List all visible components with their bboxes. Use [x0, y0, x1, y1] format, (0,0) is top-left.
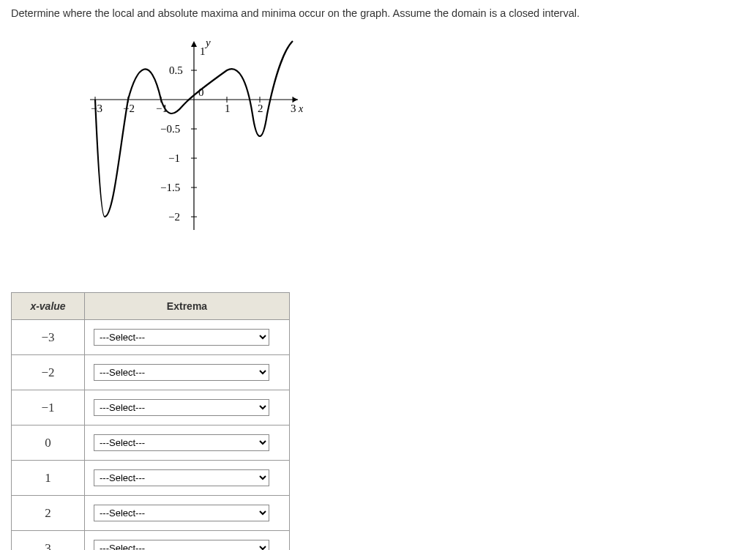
- extrema-table: x-value Extrema −3 ---Select--- −2 ---Se…: [11, 292, 290, 550]
- x-tick-2: 2: [258, 103, 263, 114]
- table-row: −1 ---Select---: [12, 390, 290, 425]
- x-value-cell: −1: [12, 390, 85, 425]
- y-axis-arrow: [191, 41, 197, 47]
- header-extrema: Extrema: [85, 293, 290, 320]
- extrema-select-0[interactable]: ---Select---: [94, 434, 269, 451]
- table-row: 0 ---Select---: [12, 425, 290, 461]
- x-tick-3: 3: [291, 103, 296, 114]
- y-tick-m05: −0.5: [160, 123, 180, 135]
- y-tick-1: 1: [200, 45, 206, 57]
- header-x-value: x-value: [12, 293, 85, 320]
- y-tick-m15: −1.5: [160, 182, 180, 193]
- x-value-cell: 0: [12, 425, 85, 461]
- table-row: 1 ---Select---: [12, 461, 290, 496]
- x-tick-m3: −3: [91, 103, 102, 114]
- extrema-select-m1[interactable]: ---Select---: [94, 399, 269, 416]
- x-value-cell: 1: [12, 461, 85, 496]
- graph-plot: −3 −2 −1 0 1 2 3 x y 1 0.5 −0.5 −1 −1.5 …: [77, 34, 745, 270]
- y-tick-m1: −1: [168, 152, 180, 164]
- y-tick-m2: −2: [168, 211, 180, 223]
- question-text: Determine where the local and absolute m…: [11, 7, 745, 19]
- x-value-cell: 2: [12, 496, 85, 531]
- extrema-select-m3[interactable]: ---Select---: [94, 329, 269, 346]
- table-row: 2 ---Select---: [12, 496, 290, 531]
- table-row: −3 ---Select---: [12, 320, 290, 355]
- table-row: −2 ---Select---: [12, 355, 290, 390]
- extrema-select-m2[interactable]: ---Select---: [94, 364, 269, 381]
- x-tick-1: 1: [225, 103, 231, 114]
- x-value-cell: 3: [12, 531, 85, 551]
- x-value-cell: −2: [12, 355, 85, 390]
- x-tick-m1: −1: [156, 103, 168, 114]
- extrema-select-1[interactable]: ---Select---: [94, 469, 269, 486]
- extrema-select-2[interactable]: ---Select---: [94, 505, 269, 521]
- x-value-cell: −3: [12, 320, 85, 355]
- x-tick-m2: −2: [123, 103, 135, 114]
- x-axis-label: x: [298, 103, 304, 114]
- extrema-select-3[interactable]: ---Select---: [94, 540, 269, 550]
- table-row: 3 ---Select---: [12, 531, 290, 551]
- y-tick-05: 0.5: [169, 64, 183, 76]
